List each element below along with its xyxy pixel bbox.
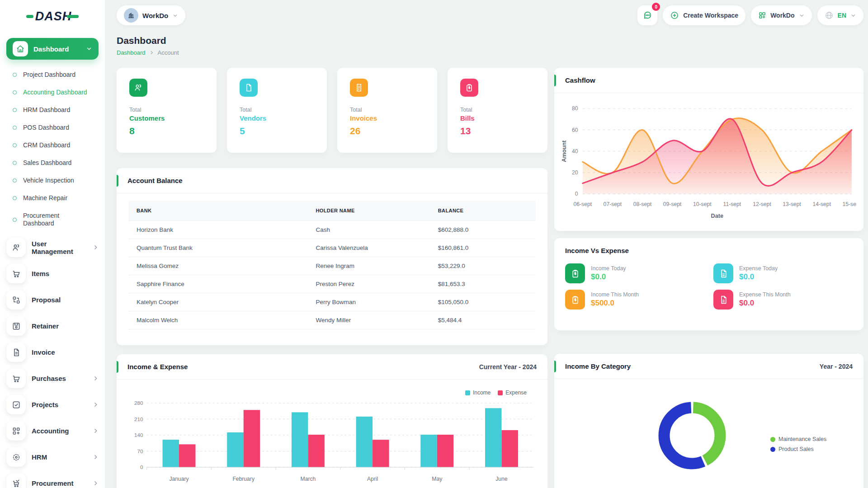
sidebar-item-proposal[interactable]: Proposal	[0, 288, 105, 311]
cell-balance: $53,229.0	[430, 257, 536, 275]
page-head: Dashboard Dashboard Account	[117, 35, 863, 56]
table-row: Malcolm WelchWendy Miller$5,484.4	[128, 311, 536, 329]
card-title: Income & Expense	[127, 363, 188, 371]
sidebar-item-pos-dashboard[interactable]: POS Dashboard	[0, 119, 105, 136]
sidebar-item-procurement-dashboard[interactable]: Procurement Dashboard	[0, 207, 105, 232]
cart-arrow-icon	[6, 474, 26, 488]
workspace-switcher[interactable]: WorkDo	[117, 5, 185, 25]
bullet-icon	[13, 126, 17, 130]
app-logo[interactable]: DASH	[0, 6, 105, 26]
legend-item-income: Income	[465, 389, 491, 396]
language-selector[interactable]: EN	[817, 5, 863, 25]
legend-label: Product Sales	[778, 446, 814, 452]
svg-text:140: 140	[134, 432, 143, 438]
card-header: Income Vs Expense	[554, 238, 863, 263]
svg-text:11-sept: 11-sept	[723, 201, 741, 207]
table-row: Sapphire FinancePreston Perez$81,653.3	[128, 275, 536, 293]
breadcrumb: Dashboard Account	[117, 49, 863, 56]
chevron-right-icon	[93, 480, 99, 486]
chevron-right-icon	[93, 402, 99, 408]
income-vs-expense-grid: Income Today $0.0 Expense Today $0.0	[554, 263, 863, 310]
sidebar-item-hrm-dashboard[interactable]: HRM Dashboard	[0, 101, 105, 119]
sidebar-item-invoice[interactable]: Invoice	[0, 341, 105, 364]
income-expense-bar-chart: 070140210280JanuaryFebruaryMarchAprilMay…	[117, 396, 547, 488]
sidebar-item-label: HRM	[32, 453, 87, 461]
sidebar-item-accounting-dashboard[interactable]: Accounting Dashboard	[0, 84, 105, 101]
cell-bank: Melissa Gomez	[128, 257, 307, 275]
sidebar-item-retainer[interactable]: Retainer	[0, 314, 105, 338]
workdo-apps-menu[interactable]: WorkDo	[751, 5, 811, 25]
bullet-icon	[13, 73, 17, 77]
sidebar-item-project-dashboard[interactable]: Project Dashboard	[0, 66, 105, 84]
stat-caption: Total	[350, 107, 425, 113]
chevron-right-icon	[93, 244, 99, 250]
logo-dash-icon	[67, 15, 79, 18]
stat-value: 26	[350, 126, 425, 136]
sidebar-item-projects[interactable]: Projects	[0, 393, 105, 416]
users-icon	[129, 79, 147, 97]
expense-this-month-stat: Expense This Month $0.0	[713, 290, 853, 310]
sidebar-item-label: Accounting	[32, 427, 87, 435]
chevron-right-icon	[149, 50, 154, 55]
sidebar-item-label: Items	[32, 270, 99, 277]
card-period: Current Year - 2024	[479, 363, 537, 371]
stat-card-invoices: Total Invoices 26	[337, 68, 437, 153]
grid-plus-icon	[6, 421, 26, 441]
sidebar-item-hrm[interactable]: HRM	[0, 446, 105, 469]
cell-holder: Cash	[307, 221, 429, 239]
sidebar-item-label: Invoice	[32, 348, 99, 356]
sidebar-item-user-management[interactable]: User Management	[0, 236, 105, 259]
sidebar-item-label: HRM Dashboard	[23, 106, 70, 114]
stat-value: 8	[129, 126, 204, 136]
svg-text:13-sept: 13-sept	[783, 201, 801, 207]
sidebar-item-label: Sales Dashboard	[23, 159, 71, 167]
sidebar-item-dashboard[interactable]: Dashboard	[6, 38, 99, 60]
income-expense-chart-card: Income & Expense Current Year - 2024 Inc…	[117, 354, 547, 488]
cell-bank: Horizon Bank	[128, 221, 307, 239]
sidebar: DASH Dashboard Project Dashboard Account…	[0, 0, 105, 488]
cell-balance: $81,653.3	[430, 275, 536, 293]
sidebar-item-sales-dashboard[interactable]: Sales Dashboard	[0, 154, 105, 172]
svg-text:08-sept: 08-sept	[633, 201, 652, 207]
sidebar-item-procurement[interactable]: Procurement	[0, 472, 105, 488]
save-icon	[6, 316, 26, 336]
stat-value: 13	[460, 126, 535, 136]
bullet-icon	[13, 161, 17, 165]
sidebar-item-purchases[interactable]: Purchases	[0, 367, 105, 390]
stat-value: $0.0	[739, 299, 791, 308]
dashboard-submenu: Project Dashboard Accounting Dashboard H…	[0, 66, 105, 232]
chevron-right-icon	[93, 375, 99, 381]
card-title: Cashflow	[565, 76, 595, 84]
cell-bank: Quantum Trust Bank	[128, 239, 307, 257]
sidebar-item-vehicle-inspection[interactable]: Vehicle Inspection	[0, 172, 105, 189]
card-title: Income Vs Expense	[565, 247, 629, 254]
cell-balance: $602,888.0	[430, 221, 536, 239]
table-row: Melissa GomezRenee Ingram$53,229.0	[128, 257, 536, 275]
legend-item-expense: Expense	[498, 389, 527, 396]
sidebar-item-crm-dashboard[interactable]: CRM Dashboard	[0, 136, 105, 154]
sidebar-item-items[interactable]: Items	[0, 262, 105, 285]
sidebar-item-accounting[interactable]: Accounting	[0, 419, 105, 442]
stat-label: Expense Today	[739, 265, 778, 272]
bar-chart-legend: Income Expense	[117, 380, 547, 396]
create-workspace-label: Create Workspace	[683, 12, 738, 19]
create-workspace-button[interactable]: Create Workspace	[663, 5, 745, 25]
sidebar-item-machine-repair[interactable]: Machine Repair	[0, 189, 105, 207]
card-period: Year - 2024	[820, 363, 853, 370]
income-vs-expense-card: Income Vs Expense Income Today $0.0	[554, 238, 863, 330]
cell-holder: Wendy Miller	[307, 311, 429, 329]
cell-bank: Malcolm Welch	[128, 311, 307, 329]
income-clipboard-icon	[565, 290, 585, 310]
breadcrumb-current: Account	[158, 49, 179, 56]
svg-text:20: 20	[572, 169, 578, 176]
income-by-category-chart: Maintenance Sales Product Sales	[554, 379, 863, 488]
file-icon	[6, 343, 26, 362]
sidebar-item-label: Projects	[32, 401, 87, 408]
legend-item-product-sales: Product Sales	[770, 446, 826, 452]
stat-label: Expense This Month	[739, 291, 791, 298]
donut-chart	[649, 393, 735, 480]
breadcrumb-dashboard-link[interactable]: Dashboard	[117, 49, 146, 56]
right-column: Cashflow 02040608006-sept07-sept08-sept0…	[554, 68, 863, 488]
home-icon	[13, 41, 28, 56]
messages-button[interactable]: 0	[637, 5, 657, 25]
